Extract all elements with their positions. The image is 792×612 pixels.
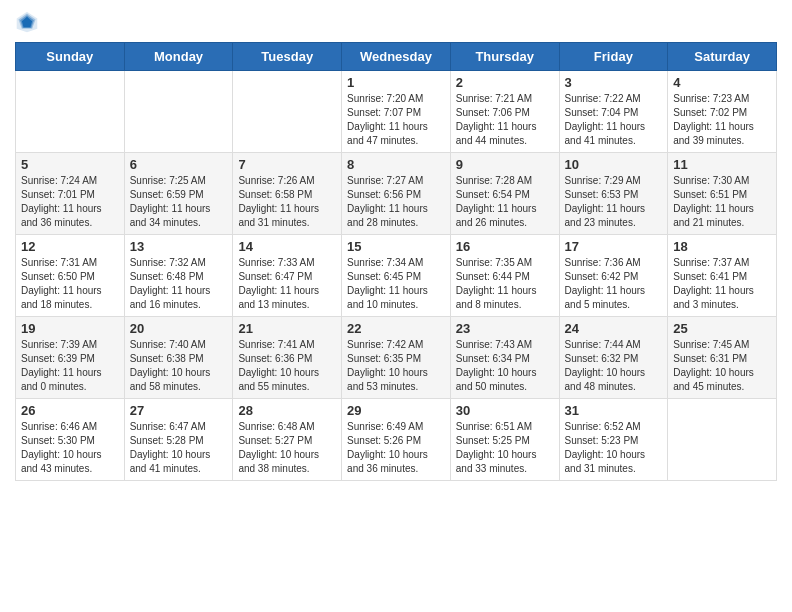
calendar-row: 1Sunrise: 7:20 AM Sunset: 7:07 PM Daylig… <box>16 71 777 153</box>
day-number: 8 <box>347 157 445 172</box>
day-info: Sunrise: 7:28 AM Sunset: 6:54 PM Dayligh… <box>456 174 554 230</box>
calendar-row: 26Sunrise: 6:46 AM Sunset: 5:30 PM Dayli… <box>16 399 777 481</box>
calendar-day-27: 27Sunrise: 6:47 AM Sunset: 5:28 PM Dayli… <box>124 399 233 481</box>
calendar-day-30: 30Sunrise: 6:51 AM Sunset: 5:25 PM Dayli… <box>450 399 559 481</box>
day-number: 17 <box>565 239 663 254</box>
calendar-day-26: 26Sunrise: 6:46 AM Sunset: 5:30 PM Dayli… <box>16 399 125 481</box>
day-header-saturday: Saturday <box>668 43 777 71</box>
day-info: Sunrise: 7:44 AM Sunset: 6:32 PM Dayligh… <box>565 338 663 394</box>
day-info: Sunrise: 7:22 AM Sunset: 7:04 PM Dayligh… <box>565 92 663 148</box>
calendar-day-6: 6Sunrise: 7:25 AM Sunset: 6:59 PM Daylig… <box>124 153 233 235</box>
day-number: 27 <box>130 403 228 418</box>
calendar-empty <box>16 71 125 153</box>
day-info: Sunrise: 6:47 AM Sunset: 5:28 PM Dayligh… <box>130 420 228 476</box>
day-number: 6 <box>130 157 228 172</box>
day-info: Sunrise: 7:34 AM Sunset: 6:45 PM Dayligh… <box>347 256 445 312</box>
day-info: Sunrise: 7:21 AM Sunset: 7:06 PM Dayligh… <box>456 92 554 148</box>
day-number: 28 <box>238 403 336 418</box>
calendar-day-7: 7Sunrise: 7:26 AM Sunset: 6:58 PM Daylig… <box>233 153 342 235</box>
day-info: Sunrise: 7:23 AM Sunset: 7:02 PM Dayligh… <box>673 92 771 148</box>
day-info: Sunrise: 7:39 AM Sunset: 6:39 PM Dayligh… <box>21 338 119 394</box>
calendar-day-2: 2Sunrise: 7:21 AM Sunset: 7:06 PM Daylig… <box>450 71 559 153</box>
calendar-day-19: 19Sunrise: 7:39 AM Sunset: 6:39 PM Dayli… <box>16 317 125 399</box>
day-info: Sunrise: 7:20 AM Sunset: 7:07 PM Dayligh… <box>347 92 445 148</box>
day-number: 16 <box>456 239 554 254</box>
day-number: 4 <box>673 75 771 90</box>
day-number: 24 <box>565 321 663 336</box>
day-number: 30 <box>456 403 554 418</box>
day-number: 26 <box>21 403 119 418</box>
day-info: Sunrise: 7:25 AM Sunset: 6:59 PM Dayligh… <box>130 174 228 230</box>
day-number: 1 <box>347 75 445 90</box>
calendar-day-3: 3Sunrise: 7:22 AM Sunset: 7:04 PM Daylig… <box>559 71 668 153</box>
calendar-day-23: 23Sunrise: 7:43 AM Sunset: 6:34 PM Dayli… <box>450 317 559 399</box>
day-headers-row: SundayMondayTuesdayWednesdayThursdayFrid… <box>16 43 777 71</box>
day-header-tuesday: Tuesday <box>233 43 342 71</box>
calendar-day-9: 9Sunrise: 7:28 AM Sunset: 6:54 PM Daylig… <box>450 153 559 235</box>
day-number: 13 <box>130 239 228 254</box>
day-number: 20 <box>130 321 228 336</box>
calendar-day-25: 25Sunrise: 7:45 AM Sunset: 6:31 PM Dayli… <box>668 317 777 399</box>
calendar-day-8: 8Sunrise: 7:27 AM Sunset: 6:56 PM Daylig… <box>342 153 451 235</box>
calendar-day-4: 4Sunrise: 7:23 AM Sunset: 7:02 PM Daylig… <box>668 71 777 153</box>
calendar-empty <box>124 71 233 153</box>
day-info: Sunrise: 7:37 AM Sunset: 6:41 PM Dayligh… <box>673 256 771 312</box>
logo-icon <box>15 10 39 34</box>
calendar-day-29: 29Sunrise: 6:49 AM Sunset: 5:26 PM Dayli… <box>342 399 451 481</box>
calendar-day-24: 24Sunrise: 7:44 AM Sunset: 6:32 PM Dayli… <box>559 317 668 399</box>
day-info: Sunrise: 7:35 AM Sunset: 6:44 PM Dayligh… <box>456 256 554 312</box>
day-info: Sunrise: 6:48 AM Sunset: 5:27 PM Dayligh… <box>238 420 336 476</box>
day-number: 31 <box>565 403 663 418</box>
header <box>15 10 777 34</box>
day-header-wednesday: Wednesday <box>342 43 451 71</box>
calendar-day-14: 14Sunrise: 7:33 AM Sunset: 6:47 PM Dayli… <box>233 235 342 317</box>
day-number: 21 <box>238 321 336 336</box>
day-header-friday: Friday <box>559 43 668 71</box>
day-info: Sunrise: 6:51 AM Sunset: 5:25 PM Dayligh… <box>456 420 554 476</box>
day-info: Sunrise: 7:30 AM Sunset: 6:51 PM Dayligh… <box>673 174 771 230</box>
calendar-day-17: 17Sunrise: 7:36 AM Sunset: 6:42 PM Dayli… <box>559 235 668 317</box>
logo <box>15 10 43 34</box>
calendar-row: 12Sunrise: 7:31 AM Sunset: 6:50 PM Dayli… <box>16 235 777 317</box>
day-number: 22 <box>347 321 445 336</box>
calendar-page: SundayMondayTuesdayWednesdayThursdayFrid… <box>0 0 792 612</box>
calendar-day-12: 12Sunrise: 7:31 AM Sunset: 6:50 PM Dayli… <box>16 235 125 317</box>
day-info: Sunrise: 6:49 AM Sunset: 5:26 PM Dayligh… <box>347 420 445 476</box>
day-info: Sunrise: 7:41 AM Sunset: 6:36 PM Dayligh… <box>238 338 336 394</box>
day-info: Sunrise: 7:45 AM Sunset: 6:31 PM Dayligh… <box>673 338 771 394</box>
day-info: Sunrise: 7:40 AM Sunset: 6:38 PM Dayligh… <box>130 338 228 394</box>
day-number: 5 <box>21 157 119 172</box>
calendar-day-16: 16Sunrise: 7:35 AM Sunset: 6:44 PM Dayli… <box>450 235 559 317</box>
day-number: 18 <box>673 239 771 254</box>
calendar-row: 19Sunrise: 7:39 AM Sunset: 6:39 PM Dayli… <box>16 317 777 399</box>
calendar-day-28: 28Sunrise: 6:48 AM Sunset: 5:27 PM Dayli… <box>233 399 342 481</box>
day-info: Sunrise: 7:43 AM Sunset: 6:34 PM Dayligh… <box>456 338 554 394</box>
calendar-day-18: 18Sunrise: 7:37 AM Sunset: 6:41 PM Dayli… <box>668 235 777 317</box>
day-number: 7 <box>238 157 336 172</box>
day-number: 12 <box>21 239 119 254</box>
calendar-day-20: 20Sunrise: 7:40 AM Sunset: 6:38 PM Dayli… <box>124 317 233 399</box>
calendar-day-31: 31Sunrise: 6:52 AM Sunset: 5:23 PM Dayli… <box>559 399 668 481</box>
day-number: 9 <box>456 157 554 172</box>
day-number: 25 <box>673 321 771 336</box>
calendar-day-5: 5Sunrise: 7:24 AM Sunset: 7:01 PM Daylig… <box>16 153 125 235</box>
day-info: Sunrise: 7:36 AM Sunset: 6:42 PM Dayligh… <box>565 256 663 312</box>
day-number: 11 <box>673 157 771 172</box>
day-header-sunday: Sunday <box>16 43 125 71</box>
day-info: Sunrise: 7:24 AM Sunset: 7:01 PM Dayligh… <box>21 174 119 230</box>
day-info: Sunrise: 7:29 AM Sunset: 6:53 PM Dayligh… <box>565 174 663 230</box>
day-info: Sunrise: 7:32 AM Sunset: 6:48 PM Dayligh… <box>130 256 228 312</box>
day-number: 2 <box>456 75 554 90</box>
day-number: 23 <box>456 321 554 336</box>
calendar-row: 5Sunrise: 7:24 AM Sunset: 7:01 PM Daylig… <box>16 153 777 235</box>
day-info: Sunrise: 7:27 AM Sunset: 6:56 PM Dayligh… <box>347 174 445 230</box>
day-header-monday: Monday <box>124 43 233 71</box>
day-number: 29 <box>347 403 445 418</box>
day-info: Sunrise: 6:46 AM Sunset: 5:30 PM Dayligh… <box>21 420 119 476</box>
calendar-table: SundayMondayTuesdayWednesdayThursdayFrid… <box>15 42 777 481</box>
day-header-thursday: Thursday <box>450 43 559 71</box>
calendar-empty <box>668 399 777 481</box>
day-number: 10 <box>565 157 663 172</box>
day-info: Sunrise: 7:42 AM Sunset: 6:35 PM Dayligh… <box>347 338 445 394</box>
day-number: 14 <box>238 239 336 254</box>
